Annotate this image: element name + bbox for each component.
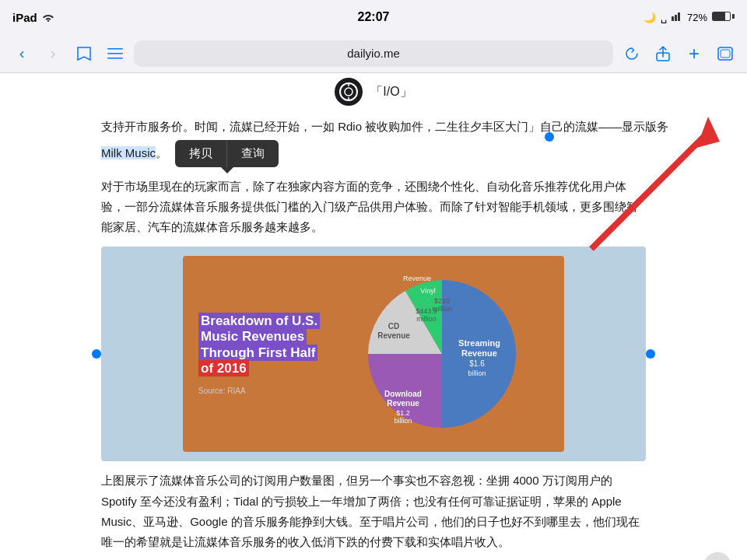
paragraph-1: 对于市场里现在的玩家而言，除了在独家内容方面的竞争，还围绕个性化、自动化音乐推荐… xyxy=(0,170,747,244)
selection-handle-left xyxy=(92,349,101,359)
text-action-popup: 拷贝 查询 xyxy=(175,140,279,167)
svg-text:Revenue: Revenue xyxy=(387,399,419,408)
svg-text:billion: billion xyxy=(395,417,412,425)
pie-chart: Streaming Revenue $1.6 billion Download … xyxy=(335,268,549,439)
svg-rect-9 xyxy=(721,50,730,58)
milk-music-row: Milk Music。 拷贝 查询 xyxy=(0,137,747,170)
status-right: 🌙 ␣ 72% xyxy=(644,12,735,23)
svg-text:Streaming: Streaming xyxy=(458,338,500,348)
svg-rect-3 xyxy=(678,12,680,21)
chart-source: Source: RIAA xyxy=(198,387,320,395)
svg-point-11 xyxy=(345,88,352,96)
pie-chart-svg: Streaming Revenue $1.6 billion Download … xyxy=(356,268,528,439)
menu-button[interactable] xyxy=(103,41,128,66)
svg-text:Revenue: Revenue xyxy=(377,331,410,340)
site-logo-bar: 「I/O」 xyxy=(0,73,747,109)
content-area: 支持开市服务价。时闻，流媒已经开始，一如 Rdio 被收购加件，二生往夕丰区大门… xyxy=(0,109,747,560)
bluetooth-icon: ␣ xyxy=(661,12,667,23)
share-button[interactable] xyxy=(651,41,675,66)
status-bar: iPad 22:07 🌙 ␣ 72% xyxy=(0,0,747,34)
svg-text:million: million xyxy=(432,305,452,313)
chart-box: Breakdown of U.S. Music Revenues Through… xyxy=(183,256,564,452)
chart-title-text: Breakdown of U.S. Music Revenues Through… xyxy=(198,313,320,377)
svg-text:CD: CD xyxy=(388,322,399,331)
svg-rect-5 xyxy=(107,53,123,54)
svg-rect-4 xyxy=(107,48,123,50)
ipad-label: iPad xyxy=(12,11,37,24)
svg-rect-6 xyxy=(107,58,123,59)
forward-button[interactable]: › xyxy=(40,41,65,66)
svg-text:Revenue: Revenue xyxy=(403,275,431,282)
back-button[interactable]: ‹ xyxy=(9,41,34,66)
chart-section: Breakdown of U.S. Music Revenues Through… xyxy=(0,247,747,461)
refresh-button[interactable] xyxy=(619,41,644,66)
svg-point-0 xyxy=(47,19,48,21)
status-time: 22:07 xyxy=(358,10,390,24)
address-bar[interactable]: dailyio.me xyxy=(134,40,613,67)
battery-percent: 72% xyxy=(687,12,707,23)
svg-text:Download: Download xyxy=(384,390,422,398)
top-partial-text: 支持开市服务价。时闻，流媒已经开始，一如 Rdio 被收购加件，二生往夕丰区大门… xyxy=(0,109,747,137)
svg-text:million: million xyxy=(416,315,437,323)
selected-milk-text: Milk Music xyxy=(101,146,156,159)
lookup-button[interactable]: 查询 xyxy=(227,140,279,167)
battery-icon xyxy=(712,12,735,23)
svg-text:$210: $210 xyxy=(434,297,450,305)
selection-handle-right xyxy=(646,349,655,359)
status-left: iPad xyxy=(12,11,54,24)
wifi-icon xyxy=(42,11,54,24)
add-tab-button[interactable]: + xyxy=(682,41,707,66)
bottom-paragraph: 上图展示了流媒体音乐公司的订阅用户数量图，但另一个事实也不容忽视：坐拥 4000… xyxy=(0,464,747,558)
svg-rect-2 xyxy=(675,15,677,21)
url-text: dailyio.me xyxy=(347,47,400,60)
svg-rect-1 xyxy=(672,16,674,21)
chart-title-area: Breakdown of U.S. Music Revenues Through… xyxy=(198,313,320,395)
bookmarks-button[interactable] xyxy=(72,41,96,66)
svg-text:Revenue: Revenue xyxy=(461,348,497,358)
svg-text:Vinyl: Vinyl xyxy=(420,287,435,295)
logo-circle xyxy=(335,78,363,106)
logo-text: 「I/O」 xyxy=(370,84,412,100)
tabs-button[interactable] xyxy=(713,41,738,66)
copy-button[interactable]: 拷贝 xyxy=(175,140,227,167)
browser-bar: ‹ › dailyio.me + xyxy=(0,34,747,73)
moon-icon: 🌙 xyxy=(644,12,656,23)
chart-wrapper: Breakdown of U.S. Music Revenues Through… xyxy=(101,247,646,461)
signal-icon xyxy=(672,12,682,23)
svg-text:billion: billion xyxy=(468,369,486,377)
svg-text:$1.2: $1.2 xyxy=(396,409,410,417)
svg-text:$1.6: $1.6 xyxy=(469,359,485,368)
selection-handle-top xyxy=(545,132,554,142)
milk-music-text: Milk Music。 xyxy=(101,146,167,161)
